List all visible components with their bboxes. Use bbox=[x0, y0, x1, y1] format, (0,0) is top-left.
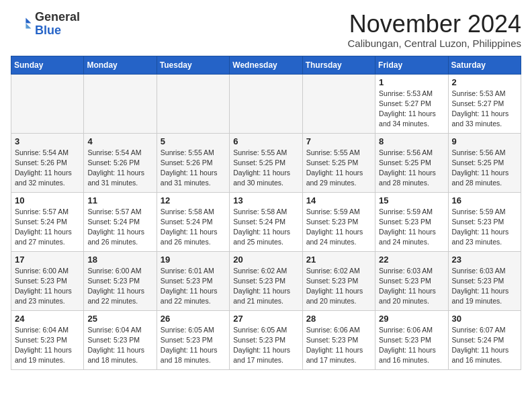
calendar-cell: 6Sunrise: 5:55 AM Sunset: 5:25 PM Daylig… bbox=[230, 133, 302, 192]
weekday-header-sunday: Sunday bbox=[11, 56, 84, 74]
calendar-cell: 2Sunrise: 5:53 AM Sunset: 5:27 PM Daylig… bbox=[448, 74, 521, 133]
day-info: Sunrise: 6:03 AM Sunset: 5:23 PM Dayligh… bbox=[379, 266, 444, 307]
day-info: Sunrise: 5:56 AM Sunset: 5:25 PM Dayligh… bbox=[452, 148, 517, 189]
day-info: Sunrise: 6:00 AM Sunset: 5:23 PM Dayligh… bbox=[15, 266, 80, 307]
day-info: Sunrise: 5:54 AM Sunset: 5:26 PM Dayligh… bbox=[87, 148, 152, 189]
day-number: 30 bbox=[452, 314, 517, 324]
logo-general: General bbox=[35, 10, 80, 24]
logo-blue: Blue bbox=[35, 24, 61, 37]
week-row-1: 1Sunrise: 5:53 AM Sunset: 5:27 PM Daylig… bbox=[11, 74, 521, 133]
day-info: Sunrise: 6:02 AM Sunset: 5:23 PM Dayligh… bbox=[306, 266, 371, 307]
calendar-cell: 5Sunrise: 5:55 AM Sunset: 5:26 PM Daylig… bbox=[157, 133, 229, 192]
day-number: 23 bbox=[452, 255, 517, 265]
calendar-cell: 7Sunrise: 5:55 AM Sunset: 5:25 PM Daylig… bbox=[302, 133, 375, 192]
week-row-2: 3Sunrise: 5:54 AM Sunset: 5:26 PM Daylig… bbox=[11, 133, 521, 192]
day-number: 7 bbox=[306, 136, 371, 146]
svg-marker-0 bbox=[26, 17, 31, 23]
calendar-cell: 25Sunrise: 6:04 AM Sunset: 5:23 PM Dayli… bbox=[84, 310, 157, 369]
day-info: Sunrise: 5:57 AM Sunset: 5:24 PM Dayligh… bbox=[15, 207, 80, 248]
day-number: 28 bbox=[306, 314, 371, 324]
day-number: 11 bbox=[87, 195, 152, 205]
day-number: 4 bbox=[87, 136, 152, 146]
day-info: Sunrise: 5:59 AM Sunset: 5:23 PM Dayligh… bbox=[306, 207, 371, 248]
day-number: 8 bbox=[379, 136, 444, 146]
calendar-cell bbox=[84, 74, 157, 133]
page-header: General Blue November 2024 Calibungan, C… bbox=[11, 11, 521, 49]
day-info: Sunrise: 5:57 AM Sunset: 5:24 PM Dayligh… bbox=[87, 207, 152, 248]
day-number: 27 bbox=[233, 314, 298, 324]
calendar-cell: 3Sunrise: 5:54 AM Sunset: 5:26 PM Daylig… bbox=[11, 133, 84, 192]
weekday-header-saturday: Saturday bbox=[448, 56, 521, 74]
calendar-cell: 20Sunrise: 6:02 AM Sunset: 5:23 PM Dayli… bbox=[230, 251, 302, 310]
day-info: Sunrise: 5:58 AM Sunset: 5:24 PM Dayligh… bbox=[161, 207, 226, 248]
month-title: November 2024 bbox=[347, 11, 521, 38]
day-info: Sunrise: 6:04 AM Sunset: 5:23 PM Dayligh… bbox=[15, 325, 80, 366]
weekday-header-tuesday: Tuesday bbox=[157, 56, 229, 74]
calendar-cell: 10Sunrise: 5:57 AM Sunset: 5:24 PM Dayli… bbox=[11, 192, 84, 251]
calendar-cell: 16Sunrise: 5:59 AM Sunset: 5:23 PM Dayli… bbox=[448, 192, 521, 251]
title-block: November 2024 Calibungan, Central Luzon,… bbox=[347, 11, 521, 49]
day-info: Sunrise: 5:56 AM Sunset: 5:25 PM Dayligh… bbox=[379, 148, 444, 189]
calendar-cell: 22Sunrise: 6:03 AM Sunset: 5:23 PM Dayli… bbox=[375, 251, 448, 310]
day-info: Sunrise: 6:01 AM Sunset: 5:23 PM Dayligh… bbox=[161, 266, 226, 307]
day-number: 22 bbox=[379, 255, 444, 265]
day-number: 16 bbox=[452, 195, 517, 205]
calendar-cell: 9Sunrise: 5:56 AM Sunset: 5:25 PM Daylig… bbox=[448, 133, 521, 192]
calendar-cell: 19Sunrise: 6:01 AM Sunset: 5:23 PM Dayli… bbox=[157, 251, 229, 310]
day-number: 14 bbox=[306, 195, 371, 205]
day-info: Sunrise: 5:55 AM Sunset: 5:25 PM Dayligh… bbox=[233, 148, 298, 189]
calendar-cell: 17Sunrise: 6:00 AM Sunset: 5:23 PM Dayli… bbox=[11, 251, 84, 310]
weekday-header-monday: Monday bbox=[84, 56, 157, 74]
day-number: 17 bbox=[15, 255, 80, 265]
weekday-header-row: SundayMondayTuesdayWednesdayThursdayFrid… bbox=[11, 56, 521, 74]
day-info: Sunrise: 5:53 AM Sunset: 5:27 PM Dayligh… bbox=[379, 89, 444, 130]
day-number: 13 bbox=[233, 195, 298, 205]
week-row-3: 10Sunrise: 5:57 AM Sunset: 5:24 PM Dayli… bbox=[11, 192, 521, 251]
day-info: Sunrise: 5:59 AM Sunset: 5:23 PM Dayligh… bbox=[379, 207, 444, 248]
calendar-cell: 8Sunrise: 5:56 AM Sunset: 5:25 PM Daylig… bbox=[375, 133, 448, 192]
logo-icon bbox=[11, 13, 32, 35]
day-number: 18 bbox=[87, 255, 152, 265]
svg-marker-1 bbox=[26, 23, 31, 28]
day-info: Sunrise: 5:53 AM Sunset: 5:27 PM Dayligh… bbox=[452, 89, 517, 130]
day-info: Sunrise: 6:06 AM Sunset: 5:23 PM Dayligh… bbox=[306, 325, 371, 366]
calendar-cell: 12Sunrise: 5:58 AM Sunset: 5:24 PM Dayli… bbox=[157, 192, 229, 251]
calendar-cell: 21Sunrise: 6:02 AM Sunset: 5:23 PM Dayli… bbox=[302, 251, 375, 310]
calendar-cell: 30Sunrise: 6:07 AM Sunset: 5:24 PM Dayli… bbox=[448, 310, 521, 369]
day-info: Sunrise: 5:55 AM Sunset: 5:25 PM Dayligh… bbox=[306, 148, 371, 189]
day-number: 19 bbox=[161, 255, 226, 265]
location-subtitle: Calibungan, Central Luzon, Philippines bbox=[347, 38, 521, 49]
day-number: 15 bbox=[379, 195, 444, 205]
day-number: 29 bbox=[379, 314, 444, 324]
day-info: Sunrise: 5:54 AM Sunset: 5:26 PM Dayligh… bbox=[15, 148, 80, 189]
calendar-cell: 28Sunrise: 6:06 AM Sunset: 5:23 PM Dayli… bbox=[302, 310, 375, 369]
logo-text: General Blue bbox=[35, 11, 80, 38]
day-info: Sunrise: 6:03 AM Sunset: 5:23 PM Dayligh… bbox=[452, 266, 517, 307]
day-info: Sunrise: 6:07 AM Sunset: 5:24 PM Dayligh… bbox=[452, 325, 517, 366]
calendar-cell: 1Sunrise: 5:53 AM Sunset: 5:27 PM Daylig… bbox=[375, 74, 448, 133]
day-number: 20 bbox=[233, 255, 298, 265]
day-number: 3 bbox=[15, 136, 80, 146]
calendar-cell: 4Sunrise: 5:54 AM Sunset: 5:26 PM Daylig… bbox=[84, 133, 157, 192]
day-number: 10 bbox=[15, 195, 80, 205]
calendar-cell bbox=[157, 74, 229, 133]
calendar-cell: 11Sunrise: 5:57 AM Sunset: 5:24 PM Dayli… bbox=[84, 192, 157, 251]
calendar-cell: 14Sunrise: 5:59 AM Sunset: 5:23 PM Dayli… bbox=[302, 192, 375, 251]
day-number: 26 bbox=[161, 314, 226, 324]
day-number: 1 bbox=[379, 77, 444, 87]
day-info: Sunrise: 6:05 AM Sunset: 5:23 PM Dayligh… bbox=[161, 325, 226, 366]
day-info: Sunrise: 6:00 AM Sunset: 5:23 PM Dayligh… bbox=[87, 266, 152, 307]
calendar-cell: 24Sunrise: 6:04 AM Sunset: 5:23 PM Dayli… bbox=[11, 310, 84, 369]
day-info: Sunrise: 6:06 AM Sunset: 5:23 PM Dayligh… bbox=[379, 325, 444, 366]
calendar-cell: 18Sunrise: 6:00 AM Sunset: 5:23 PM Dayli… bbox=[84, 251, 157, 310]
weekday-header-wednesday: Wednesday bbox=[230, 56, 302, 74]
calendar-cell: 27Sunrise: 6:05 AM Sunset: 5:23 PM Dayli… bbox=[230, 310, 302, 369]
day-number: 5 bbox=[161, 136, 226, 146]
day-number: 12 bbox=[161, 195, 226, 205]
week-row-5: 24Sunrise: 6:04 AM Sunset: 5:23 PM Dayli… bbox=[11, 310, 521, 369]
logo: General Blue bbox=[11, 11, 80, 38]
day-number: 25 bbox=[87, 314, 152, 324]
calendar-cell bbox=[230, 74, 302, 133]
day-info: Sunrise: 6:05 AM Sunset: 5:23 PM Dayligh… bbox=[233, 325, 298, 366]
calendar-cell: 13Sunrise: 5:58 AM Sunset: 5:24 PM Dayli… bbox=[230, 192, 302, 251]
